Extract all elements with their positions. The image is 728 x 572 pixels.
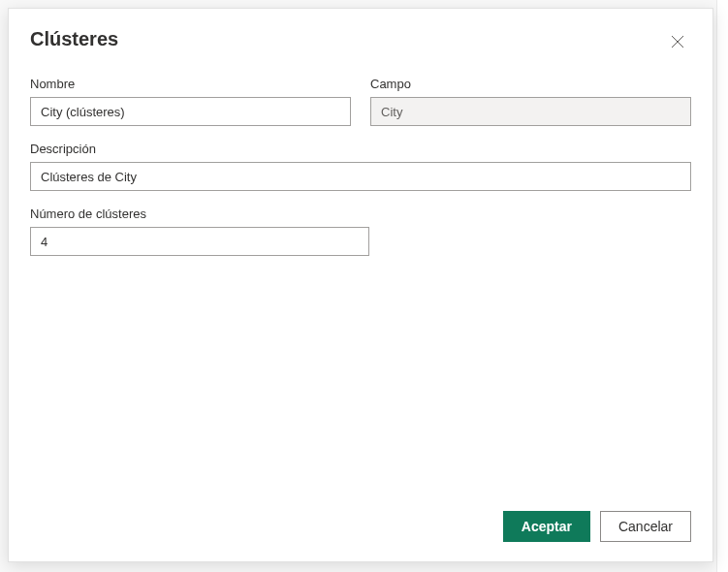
background-panel bbox=[716, 0, 728, 572]
dialog-footer: Aceptar Cancelar bbox=[30, 511, 691, 542]
input-numero[interactable] bbox=[30, 227, 369, 256]
group-numero: Número de clústeres bbox=[30, 207, 369, 256]
dialog-title: Clústeres bbox=[30, 28, 118, 50]
row-descripcion: Descripción bbox=[30, 142, 691, 191]
label-nombre: Nombre bbox=[30, 77, 351, 91]
group-nombre: Nombre bbox=[30, 77, 351, 126]
label-descripcion: Descripción bbox=[30, 142, 691, 156]
clusters-dialog: Clústeres Nombre Campo Descripción Númer… bbox=[8, 8, 713, 562]
close-icon bbox=[671, 35, 684, 48]
close-button[interactable] bbox=[664, 28, 691, 55]
group-descripcion: Descripción bbox=[30, 142, 691, 191]
accept-button[interactable]: Aceptar bbox=[503, 511, 590, 542]
group-campo: Campo bbox=[370, 77, 691, 126]
row-numero: Número de clústeres bbox=[30, 207, 691, 256]
label-numero: Número de clústeres bbox=[30, 207, 369, 221]
input-campo bbox=[370, 97, 691, 126]
cancel-button[interactable]: Cancelar bbox=[600, 511, 691, 542]
row-name-field: Nombre Campo bbox=[30, 77, 691, 126]
input-nombre[interactable] bbox=[30, 97, 351, 126]
dialog-header: Clústeres bbox=[30, 28, 691, 55]
label-campo: Campo bbox=[370, 77, 691, 91]
input-descripcion[interactable] bbox=[30, 162, 691, 191]
